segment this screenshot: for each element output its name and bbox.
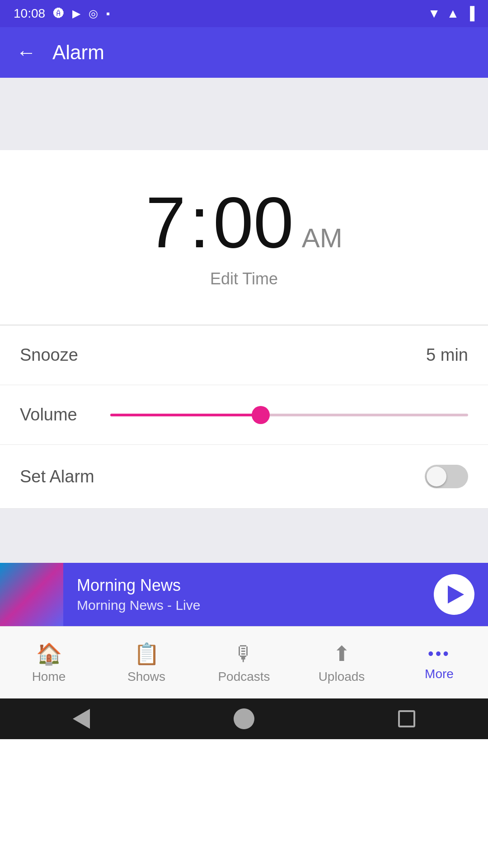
slider-filled [110,414,261,416]
nav-item-podcasts[interactable]: 🎙 Podcasts [195,637,293,689]
status-bar: 10:08 🅐 ▶ ◎ ▪ ▼ ▲ ▐ [0,0,488,27]
nav-item-shows[interactable]: 📋 Shows [98,637,195,689]
clock-minutes: 00 [213,186,294,259]
set-alarm-label: Set Alarm [20,467,94,486]
volume-slider[interactable] [110,414,468,416]
settings-section: Snooze 5 min Volume Set Alarm [0,326,488,509]
battery-icon: ▐ [465,6,474,21]
snooze-label: Snooze [20,345,78,365]
uploads-icon: ⬆ [333,642,351,666]
status-icon-youtube: ▶ [72,7,80,20]
podcasts-label: Podcasts [218,670,270,684]
sys-recent-icon [398,710,415,727]
now-playing-play-button[interactable] [434,574,474,615]
system-nav [0,698,488,739]
toggle-thumb [427,467,446,486]
uploads-label: Uploads [319,670,365,684]
play-icon [448,585,464,604]
bottom-nav: 🏠 Home 📋 Shows 🎙 Podcasts ⬆ Uploads ••• … [0,626,488,698]
shows-icon: 📋 [134,642,160,666]
slider-track [110,414,468,416]
sys-home-icon [234,708,254,729]
clock-display[interactable]: 7 : 00 AM [145,186,342,259]
nav-item-more[interactable]: ••• More [390,640,488,686]
volume-row[interactable]: Volume [0,385,488,445]
toggle-track [425,465,468,488]
snooze-value: 5 min [426,345,468,365]
sys-home-button[interactable] [231,706,257,731]
clock-ampm: AM [302,225,343,252]
now-playing-bar[interactable]: Morning News Morning News - Live [0,563,488,626]
more-icon: ••• [428,644,450,663]
sys-back-icon [73,709,90,729]
back-button[interactable]: ← [16,41,36,64]
shows-label: Shows [127,670,165,684]
more-label: More [425,667,454,681]
snooze-row[interactable]: Snooze 5 min [0,326,488,385]
nav-item-home[interactable]: 🏠 Home [0,637,98,689]
app-bar-title: Alarm [52,41,104,64]
clock-hours: 7 [145,186,186,259]
status-left: 10:08 🅐 ▶ ◎ ▪ [14,6,110,21]
status-icon-sd: ▪ [106,7,110,20]
sys-recent-button[interactable] [394,706,419,731]
volume-label: Volume [20,405,92,425]
set-alarm-toggle[interactable] [425,465,468,488]
now-playing-title: Morning News [77,576,420,595]
clock-separator: : [189,186,209,259]
podcasts-icon: 🎙 [234,642,254,666]
home-icon: 🏠 [36,642,62,666]
now-playing-subtitle: Morning News - Live [77,598,420,613]
home-label: Home [32,670,66,684]
status-right: ▼ ▲ ▐ [428,6,474,21]
gray-spacer-bottom [0,509,488,563]
edit-time-button[interactable]: Edit Time [210,269,278,288]
wifi-icon: ▼ [428,6,441,21]
status-icon-target: ◎ [89,7,98,20]
set-alarm-row[interactable]: Set Alarm [0,445,488,509]
now-playing-thumbnail [0,563,63,626]
slider-thumb[interactable] [252,406,270,424]
now-playing-info: Morning News Morning News - Live [63,576,434,613]
status-time: 10:08 [14,6,45,21]
gray-spacer-top [0,78,488,150]
app-bar: ← Alarm [0,27,488,78]
nav-item-uploads[interactable]: ⬆ Uploads [293,637,390,689]
signal-icon: ▲ [446,6,459,21]
status-icon-a: 🅐 [53,7,64,20]
sys-back-button[interactable] [69,706,94,731]
clock-section: 7 : 00 AM Edit Time [0,150,488,311]
